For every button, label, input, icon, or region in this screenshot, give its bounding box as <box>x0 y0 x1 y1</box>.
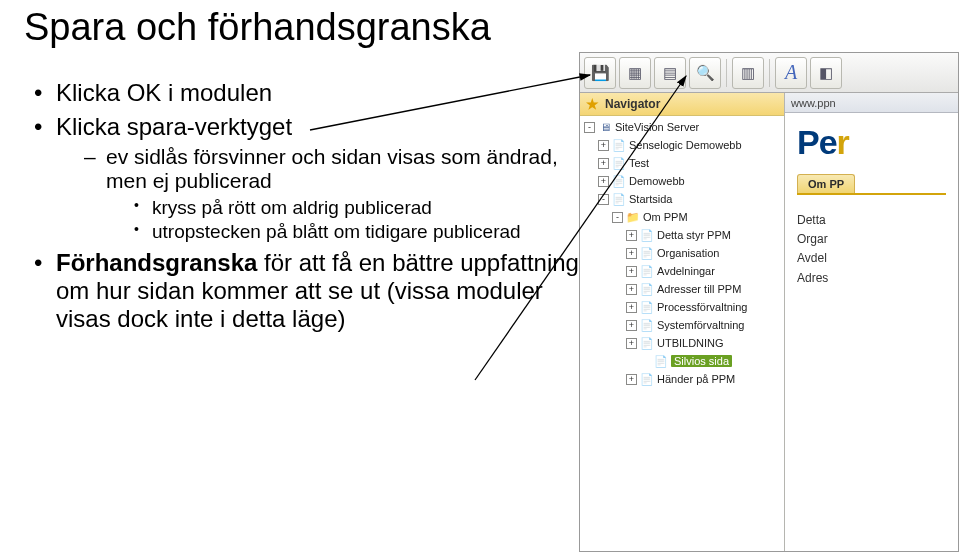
folder-icon: 📁 <box>626 210 640 224</box>
tree-row[interactable]: +📄UTBILDNING <box>580 334 784 352</box>
logo-part2: r <box>837 123 849 161</box>
tree-row[interactable]: 📄Silvios sida <box>580 352 784 370</box>
toolbar-button-1[interactable]: ▦ <box>619 57 651 89</box>
tree-row[interactable]: +📄Processförvaltning <box>580 298 784 316</box>
save-button[interactable]: 💾 <box>584 57 616 89</box>
tree-row[interactable]: +📄Senselogic Demowebb <box>580 136 784 154</box>
tree-row[interactable]: +📄Händer på PPM <box>580 370 784 388</box>
bullet-ok: Klicka OK i modulen <box>34 79 600 107</box>
bullet-save: Klicka spara-verktyget ev sidlås försvin… <box>34 113 600 243</box>
page-icon: 📄 <box>640 264 654 278</box>
navigator-title: Navigator <box>605 97 660 111</box>
page-icon: 📄 <box>612 138 626 152</box>
tree-expander <box>640 356 651 367</box>
page-icon: 📄 <box>640 300 654 314</box>
font-icon: A <box>785 61 797 84</box>
magnify-icon: 🔍 <box>696 64 715 82</box>
tree-row[interactable]: +📄Systemförvaltning <box>580 316 784 334</box>
tree-expander[interactable]: + <box>598 140 609 151</box>
tree-expander[interactable]: + <box>598 176 609 187</box>
doc-icon: ▤ <box>663 64 677 82</box>
sub-red: kryss på rött om aldrig publicerad <box>134 197 600 219</box>
save-icon: 💾 <box>591 64 610 82</box>
preview-line: Detta <box>797 211 946 230</box>
app-window: 💾 ▦ ▤ 🔍 ▥ A ◧ ★ Navigator -🖥SiteVision <box>579 52 959 552</box>
logo: Per <box>797 123 946 162</box>
tree-row[interactable]: +📄Demowebb <box>580 172 784 190</box>
server-icon: 🖥 <box>598 120 612 134</box>
tree-expander[interactable]: + <box>626 266 637 277</box>
tree-label: Startsida <box>629 193 672 205</box>
tree-label: Händer på PPM <box>657 373 735 385</box>
tree-label: UTBILDNING <box>657 337 724 349</box>
tree-expander[interactable]: - <box>612 212 623 223</box>
toolbar-separator-2 <box>769 59 770 87</box>
toolbar-button-2[interactable]: ▤ <box>654 57 686 89</box>
tree-label: Senselogic Demowebb <box>629 139 742 151</box>
toolbar-button-3[interactable]: ▥ <box>732 57 764 89</box>
tree-label: Test <box>629 157 649 169</box>
font-button[interactable]: A <box>775 57 807 89</box>
star-icon: ★ <box>586 96 599 112</box>
browser-bar: www.ppn <box>785 93 958 113</box>
tree-label: SiteVision Server <box>615 121 699 133</box>
tree-label: Om PPM <box>643 211 688 223</box>
page-icon: 📄 <box>612 192 626 206</box>
page-icon: 📄 <box>640 282 654 296</box>
tree-label: Avdelningar <box>657 265 715 277</box>
page-icon: 📄 <box>654 354 668 368</box>
bullet-preview-bold: Förhandsgranska <box>56 249 257 276</box>
preview-line: Avdel <box>797 249 946 268</box>
tree-label: Demowebb <box>629 175 685 187</box>
tree-expander[interactable]: + <box>598 158 609 169</box>
tab-bar: Om PP <box>797 174 946 195</box>
preview-line: Adres <box>797 269 946 288</box>
tab-om-pp[interactable]: Om PP <box>797 174 855 193</box>
tree-expander[interactable]: + <box>626 248 637 259</box>
doc2-icon: ▥ <box>741 64 755 82</box>
tree-label: Systemförvaltning <box>657 319 744 331</box>
tree-expander[interactable]: + <box>626 338 637 349</box>
tree-expander[interactable]: - <box>584 122 595 133</box>
tree-label: Silvios sida <box>671 355 732 367</box>
tree-row[interactable]: -📄Startsida <box>580 190 784 208</box>
page-icon: 📄 <box>640 372 654 386</box>
bullet-lock: ev sidlås försvinner och sidan visas som… <box>84 145 600 243</box>
slide-title: Spara och förhandsgranska <box>24 6 600 49</box>
navigator-header: ★ Navigator <box>580 93 784 116</box>
preview-text: DettaOrgarAvdelAdres <box>797 211 946 288</box>
toolbar: 💾 ▦ ▤ 🔍 ▥ A ◧ <box>580 53 958 93</box>
tree-expander[interactable]: + <box>626 320 637 331</box>
tree-row[interactable]: +📄Avdelningar <box>580 262 784 280</box>
tree-expander[interactable]: + <box>626 230 637 241</box>
toolbar-button-4[interactable]: ◧ <box>810 57 842 89</box>
tree-expander[interactable]: + <box>626 284 637 295</box>
tree-row[interactable]: +📄Adresser till PPM <box>580 280 784 298</box>
tree[interactable]: -🖥SiteVision Server+📄Senselogic Demowebb… <box>580 116 784 551</box>
tree-label: Organisation <box>657 247 719 259</box>
bullet-lock-text: ev sidlås försvinner och sidan visas som… <box>106 145 558 192</box>
page-icon: 📄 <box>640 336 654 350</box>
preview-line: Orgar <box>797 230 946 249</box>
tree-row[interactable]: -📁Om PPM <box>580 208 784 226</box>
logo-part1: Pe <box>797 123 837 161</box>
tree-expander[interactable]: + <box>626 302 637 313</box>
tree-expander[interactable]: - <box>598 194 609 205</box>
navigator-panel: ★ Navigator -🖥SiteVision Server+📄Senselo… <box>580 93 785 551</box>
bullet-save-text: Klicka spara-verktyget <box>56 113 292 140</box>
toolbar-separator <box>726 59 727 87</box>
tree-row[interactable]: +📄Organisation <box>580 244 784 262</box>
page-icon: 📄 <box>640 228 654 242</box>
page-icon: 📄 <box>612 156 626 170</box>
page-icon: 📄 <box>640 318 654 332</box>
tree-label: Adresser till PPM <box>657 283 741 295</box>
bullet-preview: Förhandsgranska för att få en bättre upp… <box>34 249 600 333</box>
grid-icon: ▦ <box>628 64 642 82</box>
tree-expander[interactable]: + <box>626 374 637 385</box>
page-icon: 📄 <box>612 174 626 188</box>
tree-row[interactable]: -🖥SiteVision Server <box>580 118 784 136</box>
tree-row[interactable]: +📄Test <box>580 154 784 172</box>
tree-row[interactable]: +📄Detta styr PPM <box>580 226 784 244</box>
tree-label: Processförvaltning <box>657 301 748 313</box>
preview-button[interactable]: 🔍 <box>689 57 721 89</box>
